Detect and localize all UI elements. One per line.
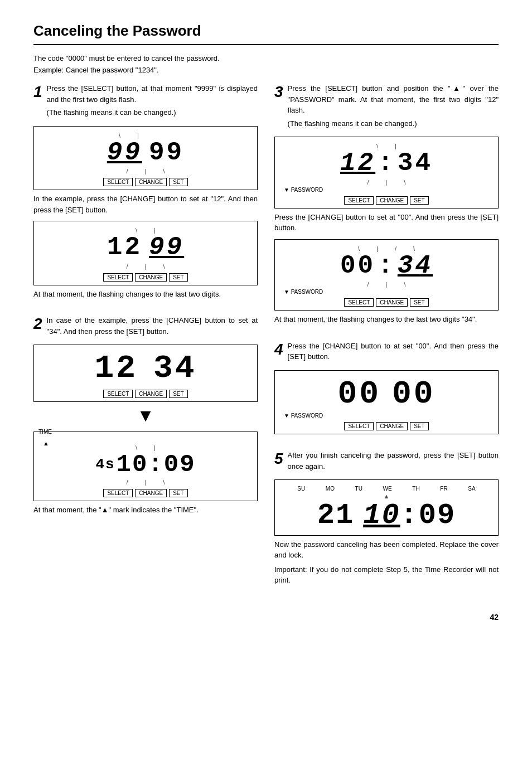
day-fr: FR [440, 486, 447, 492]
step-2-line-1: In case of the example, press the [CHANG… [47, 315, 258, 337]
display-0034: \ | / \ 00 : 34 / | \ ▼ PASSWORD SELEC [274, 239, 499, 311]
display-1234-large: 12 34 SELECT CHANGE SET [33, 345, 258, 402]
tick-tb2: | [145, 479, 147, 486]
set-btn-2b[interactable]: SET [169, 489, 187, 497]
select-btn-3a[interactable]: SELECT [344, 196, 374, 205]
step-5-text: After you finish canceling the password,… [288, 450, 499, 474]
step-4-number: 4 [274, 342, 283, 357]
tick-tb3: \ [163, 479, 165, 486]
select-btn-1b[interactable]: SELECT [103, 273, 133, 282]
step-3-subtext2: At that moment, the flashing changes to … [274, 314, 499, 325]
page-title: Canceling the Password [33, 22, 499, 45]
change-btn-3b[interactable]: CHANGE [376, 298, 408, 307]
tick-3bb3: \ [404, 281, 405, 288]
digits-1234-large: 12 34 [42, 351, 249, 386]
set-btn-3a[interactable]: SET [410, 196, 428, 205]
step-5-subtext1: Now the password canceling has been comp… [274, 539, 499, 561]
password-label-3b: ▼ PASSWORD [283, 289, 490, 295]
day-sa: SA [468, 486, 475, 492]
buttons-4a: SELECT CHANGE SET [283, 422, 490, 430]
tick-3b3: / [395, 245, 396, 252]
colon-5: : [400, 500, 419, 531]
step-1-number: 1 [33, 84, 42, 100]
step-5-subtext2: Important: If you do not complete Step 5… [274, 564, 499, 586]
time-digits: 10:09 [117, 451, 196, 478]
step-2-text: In case of the example, press the [CHANG… [47, 315, 258, 339]
tick-row-1a: \ | [42, 132, 249, 139]
step-2-subtext: At that moment, the "▲" mark indicates t… [33, 505, 258, 516]
tick-1bb1: / [127, 263, 128, 270]
tick-1: \ [119, 132, 120, 139]
step-4-block: 4 Press the [CHANGE] button to at set "0… [274, 341, 499, 435]
step-1-line-2: (The flashing means it can be changed.) [47, 107, 258, 118]
left-column: 1 Press the [SELECT] button, at that mom… [33, 83, 258, 602]
display-9999: \ | 99 99 / | \ SELECT CHANGE [33, 126, 258, 191]
set-btn-4a[interactable]: SET [410, 422, 428, 430]
set-btn-2a[interactable]: SET [169, 390, 187, 398]
arrow-down: ▼ [33, 405, 258, 426]
digit-09: 09 [419, 500, 456, 531]
display-1299: \ | 12 99 / | \ SELECT CHANGE SET [33, 221, 258, 285]
step-5-number: 5 [274, 451, 283, 467]
tick-row-1b-bottom: / | \ [42, 263, 249, 270]
step-2-block: 2 In case of the example, press the [CHA… [33, 315, 258, 516]
step-1-subtext2: At that moment, the flashing changes to … [33, 289, 258, 300]
buttons-9999: SELECT CHANGE SET [42, 178, 249, 186]
step-3-number: 3 [274, 84, 283, 100]
tick-1bb3: \ [163, 263, 165, 270]
day-we: WE [383, 486, 392, 492]
digit-00-3b: 00 [340, 252, 375, 280]
digit-12-left: 12 [107, 234, 142, 262]
change-btn-4a[interactable]: CHANGE [376, 422, 408, 430]
display-0000: 00 00 ▼ PASSWORD SELECT CHANGE SET [274, 370, 499, 435]
digit-21: 21 [317, 500, 354, 531]
change-btn-3a[interactable]: CHANGE [376, 196, 408, 205]
tick-row-time-bottom: / | \ [42, 479, 249, 486]
tick-row-1a-bottom: / | \ [42, 168, 249, 174]
tick-3bb2: | [386, 281, 388, 288]
tick-b2: | [145, 168, 147, 174]
select-btn-2a[interactable]: SELECT [103, 390, 133, 398]
step-1-line-1: Press the [SELECT] button, at that momen… [47, 83, 258, 105]
buttons-1299: SELECT CHANGE SET [42, 273, 249, 282]
buttons-time: SELECT CHANGE SET [42, 489, 249, 497]
day-labels: SU MO TU WE TH FR SA [283, 486, 490, 492]
intro-text-1: The code "0000" must be entered to cance… [33, 54, 499, 62]
tick-3b1: \ [358, 245, 360, 252]
set-btn-1b[interactable]: SET [169, 273, 187, 282]
tick-3ab2: | [386, 179, 388, 186]
digits-1299: 12 99 [42, 234, 249, 262]
change-btn-1b[interactable]: CHANGE [135, 273, 167, 282]
set-btn-3b[interactable]: SET [410, 298, 428, 307]
digits-time: 4s 10:09 [42, 451, 249, 478]
day-mo: MO [326, 486, 335, 492]
select-btn-2b[interactable]: SELECT [103, 489, 133, 497]
select-btn-4a[interactable]: SELECT [344, 422, 374, 430]
tick-b3: \ [163, 168, 165, 174]
digit-99-left: 99 [107, 139, 142, 167]
set-btn-1a[interactable]: SET [169, 178, 187, 186]
tick-2: | [137, 132, 139, 139]
tick-3bb1: / [367, 281, 369, 288]
tick-row-3b-bot: / | \ [283, 281, 490, 288]
step-3-text: Press the [SELECT] button and position t… [288, 83, 499, 131]
step-3-block: 3 Press the [SELECT] button and position… [274, 83, 499, 325]
change-btn-1a[interactable]: CHANGE [135, 178, 167, 186]
time-label: TIME [38, 429, 52, 435]
step-4-line-1: Press the [CHANGE] button to at set "00"… [288, 341, 499, 362]
tick-3b2: | [376, 245, 378, 252]
select-btn-1a[interactable]: SELECT [103, 178, 133, 186]
buttons-3b: SELECT CHANGE SET [283, 298, 490, 307]
digits-0000: 00 00 [283, 376, 490, 412]
time-prefix: 4s [95, 457, 115, 473]
select-btn-3b[interactable]: SELECT [344, 298, 374, 307]
tick-3ab1: / [367, 179, 369, 186]
digit-00-4a: 00 [337, 376, 381, 412]
buttons-1234: SELECT CHANGE SET [42, 390, 249, 398]
change-btn-2a[interactable]: CHANGE [135, 390, 167, 398]
right-column: 3 Press the [SELECT] button and position… [274, 83, 499, 602]
colon-sep-3a: : [378, 149, 395, 178]
digit-12-l: 12 [94, 351, 138, 386]
change-btn-2b[interactable]: CHANGE [135, 489, 167, 497]
step-3-line-1: Press the [SELECT] button and position t… [288, 83, 499, 116]
